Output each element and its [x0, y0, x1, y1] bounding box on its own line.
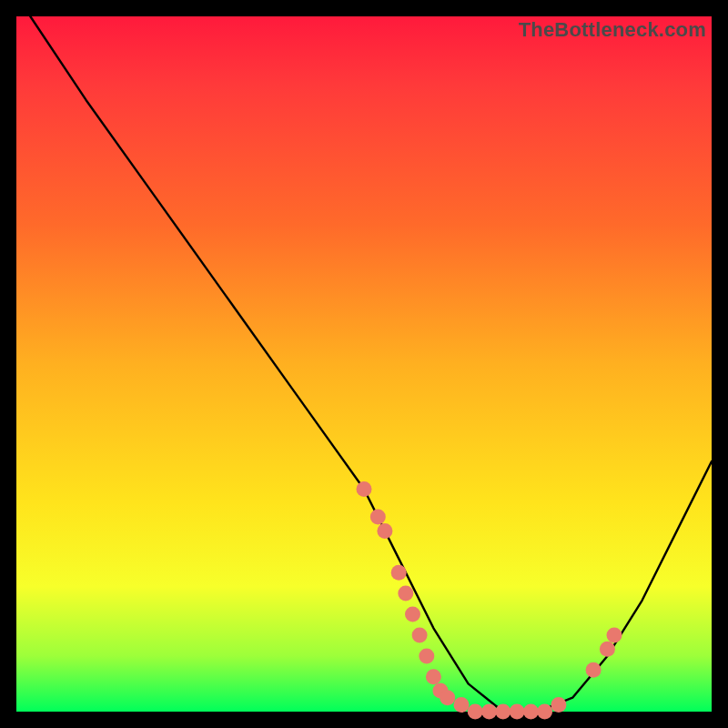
- curve-marker: [607, 628, 622, 643]
- curve-marker: [586, 662, 602, 678]
- curve-marker: [419, 648, 434, 663]
- curve-marker: [405, 607, 420, 622]
- curve-marker: [440, 690, 455, 705]
- curve-marker: [495, 704, 511, 720]
- curve-marker: [357, 481, 372, 497]
- chart-frame: TheBottleneck.com: [16, 16, 712, 712]
- curve-marker: [426, 669, 441, 684]
- curve-marker: [537, 704, 552, 720]
- curve-marker: [454, 697, 470, 713]
- curve-marker: [510, 704, 525, 720]
- curve-marker: [370, 510, 386, 525]
- curve-marker: [600, 642, 615, 657]
- curve-marker: [523, 704, 539, 720]
- curve-marker: [391, 565, 407, 581]
- curve-marker: [481, 704, 497, 720]
- curve-marker: [412, 628, 428, 643]
- curve-marker: [398, 586, 413, 602]
- chart-svg: [16, 16, 712, 712]
- bottleneck-curve: [30, 16, 712, 712]
- curve-marker: [551, 697, 566, 713]
- curve-marker: [468, 704, 483, 720]
- curve-markers: [357, 481, 622, 720]
- curve-marker: [377, 523, 392, 539]
